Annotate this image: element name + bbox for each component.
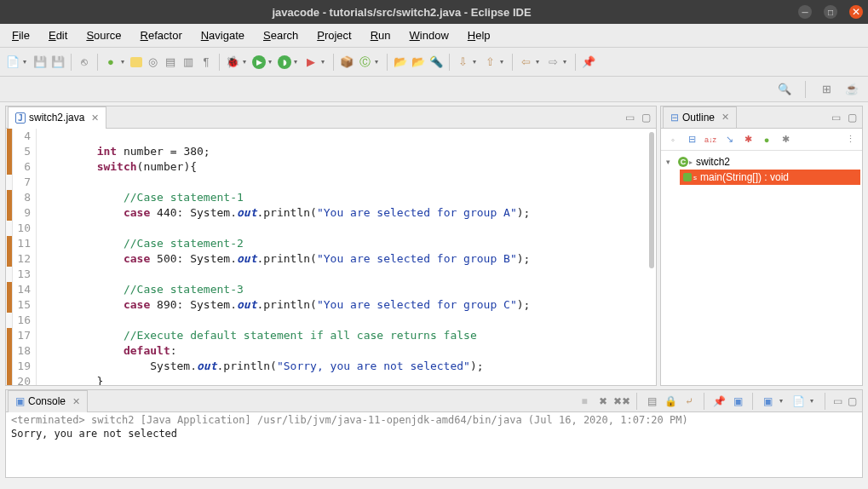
menu-help[interactable]: Help: [459, 26, 499, 45]
hide-local-icon[interactable]: ✱: [779, 133, 792, 147]
hide-static-icon[interactable]: ✱: [741, 133, 755, 147]
close-button[interactable]: ✕: [849, 5, 863, 19]
pin-console-icon[interactable]: 📌: [712, 394, 726, 408]
open-type-icon[interactable]: 📂: [393, 55, 408, 70]
code-line[interactable]: System.out.println("Sorry, you are not s…: [43, 359, 656, 374]
debug-icon[interactable]: 🐞: [225, 55, 240, 70]
pin-editor-icon[interactable]: 📌: [581, 55, 596, 70]
remove-launch-icon[interactable]: ✖: [596, 394, 610, 408]
code-line[interactable]: //Case statement-3: [43, 282, 656, 297]
code-line[interactable]: //Case statement-2: [43, 236, 656, 251]
minimize-pane-icon[interactable]: ▭: [831, 112, 841, 124]
pilcrow-icon[interactable]: ¶: [198, 55, 214, 70]
menu-source[interactable]: Source: [78, 26, 129, 45]
block-icon[interactable]: ▤: [163, 55, 178, 70]
display-console-icon[interactable]: ▣: [731, 394, 744, 408]
code-line[interactable]: [43, 313, 656, 328]
dropdown-icon[interactable]: ▾: [779, 397, 786, 405]
minimize-pane-icon[interactable]: ▭: [625, 112, 635, 124]
az-icon[interactable]: a↓z: [704, 133, 717, 147]
link-icon[interactable]: ⎋: [77, 55, 92, 70]
run-icon[interactable]: ▶: [252, 55, 266, 69]
code-line[interactable]: case 890: System.out.println("You are se…: [43, 297, 656, 313]
dropdown-icon[interactable]: ▾: [243, 58, 250, 66]
terminate-icon[interactable]: ■: [578, 394, 591, 408]
view-menu-icon[interactable]: ⋮: [843, 133, 857, 147]
code-line[interactable]: default:: [43, 343, 656, 359]
scroll-lock-icon[interactable]: 🔒: [664, 394, 677, 408]
code-line[interactable]: switch(number){: [43, 159, 656, 175]
dropdown-icon[interactable]: ▾: [121, 58, 128, 66]
open-perspective-icon[interactable]: ⊞: [819, 82, 834, 97]
back-icon[interactable]: ⇦: [518, 55, 533, 70]
new-package-icon[interactable]: 📦: [339, 55, 354, 70]
code-line[interactable]: //Case statement-1: [43, 190, 656, 205]
hide-nonpublic-icon[interactable]: ●: [760, 133, 773, 147]
maximize-pane-icon[interactable]: ▢: [641, 112, 651, 124]
highlight-icon[interactable]: [130, 57, 142, 67]
new-class-icon[interactable]: Ⓒ: [357, 55, 372, 70]
console-body[interactable]: <terminated> switch2 [Java Application] …: [6, 412, 862, 477]
forward-icon[interactable]: ⇨: [545, 55, 560, 70]
code-line[interactable]: int number = 380;: [43, 144, 656, 159]
maximize-pane-icon[interactable]: ▢: [848, 112, 857, 124]
maximize-button[interactable]: □: [824, 5, 837, 19]
menu-run[interactable]: Run: [362, 26, 400, 45]
dropdown-icon[interactable]: ▾: [563, 58, 570, 66]
dropdown-icon[interactable]: ▾: [375, 58, 382, 66]
dropdown-icon[interactable]: ▾: [810, 397, 817, 405]
dropdown-icon[interactable]: ▾: [536, 58, 543, 66]
close-tab-icon[interactable]: ✕: [91, 112, 99, 124]
code-line[interactable]: [43, 175, 656, 190]
outline-tab[interactable]: ⊟ Outline ✕: [663, 106, 737, 129]
dropdown-icon[interactable]: ▾: [500, 58, 507, 66]
prev-annotation-icon[interactable]: ⇧: [482, 55, 497, 70]
menu-edit[interactable]: Edit: [40, 26, 76, 45]
minimize-button[interactable]: ─: [798, 5, 812, 19]
search-icon[interactable]: 🔍: [777, 82, 792, 97]
code-line[interactable]: [43, 267, 656, 282]
next-annotation-icon[interactable]: ⇩: [455, 55, 470, 70]
sort-icon[interactable]: ⊟: [685, 133, 698, 147]
menu-search[interactable]: Search: [255, 26, 307, 45]
scrollbar-thumb[interactable]: [649, 132, 654, 268]
hide-fields-icon[interactable]: ↘: [722, 133, 736, 147]
dropdown-icon[interactable]: ▾: [321, 58, 328, 66]
save-icon[interactable]: 💾: [32, 55, 48, 70]
dropdown-icon[interactable]: ▾: [23, 58, 30, 66]
code-editor[interactable]: 456789101112131415161718192021 int numbe…: [6, 129, 656, 385]
outline-class-node[interactable]: ▾ C ▸ switch2: [663, 154, 860, 170]
code-line[interactable]: [43, 221, 656, 236]
new-console-icon[interactable]: 📄: [791, 394, 805, 408]
console-tab[interactable]: ▣ Console ✕: [8, 390, 88, 412]
remove-all-icon[interactable]: ✖✖: [615, 394, 629, 408]
menu-refactor[interactable]: Refactor: [132, 26, 191, 45]
code-line[interactable]: case 500: System.out.println("You are se…: [43, 251, 656, 267]
code-line[interactable]: case 440: System.out.println("You are se…: [43, 205, 656, 221]
editor-tab[interactable]: J switch2.java ✕: [8, 106, 106, 129]
coverage-icon[interactable]: ◗: [278, 55, 291, 69]
clear-console-icon[interactable]: ▤: [645, 394, 658, 408]
maximize-pane-icon[interactable]: ▢: [848, 395, 857, 407]
search-icon[interactable]: 🔦: [428, 55, 444, 70]
focus-icon[interactable]: ◦: [666, 133, 680, 147]
dropdown-icon[interactable]: ▾: [268, 58, 275, 66]
menu-window[interactable]: Window: [401, 26, 457, 45]
close-tab-icon[interactable]: ✕: [72, 396, 80, 407]
outline-method-node[interactable]: s main(String[]) : void: [680, 170, 860, 185]
code-line[interactable]: }: [43, 374, 656, 385]
word-wrap-icon[interactable]: ⤶: [682, 394, 696, 408]
external-tools-icon[interactable]: ▶: [303, 55, 319, 70]
minimize-pane-icon[interactable]: ▭: [833, 395, 842, 407]
java-perspective-icon[interactable]: ☕: [844, 82, 859, 97]
expand-arrow-icon[interactable]: ▾: [666, 158, 675, 166]
dropdown-icon[interactable]: ▾: [473, 58, 480, 66]
open-console-icon[interactable]: ▣: [761, 394, 774, 408]
new-icon[interactable]: 📄: [5, 55, 20, 70]
menu-file[interactable]: File: [3, 26, 38, 45]
open-task-icon[interactable]: 📂: [411, 55, 426, 70]
dropdown-icon[interactable]: ▾: [294, 58, 301, 66]
close-tab-icon[interactable]: ✕: [721, 112, 729, 123]
code-line[interactable]: [43, 129, 656, 144]
menu-navigate[interactable]: Navigate: [193, 26, 253, 45]
